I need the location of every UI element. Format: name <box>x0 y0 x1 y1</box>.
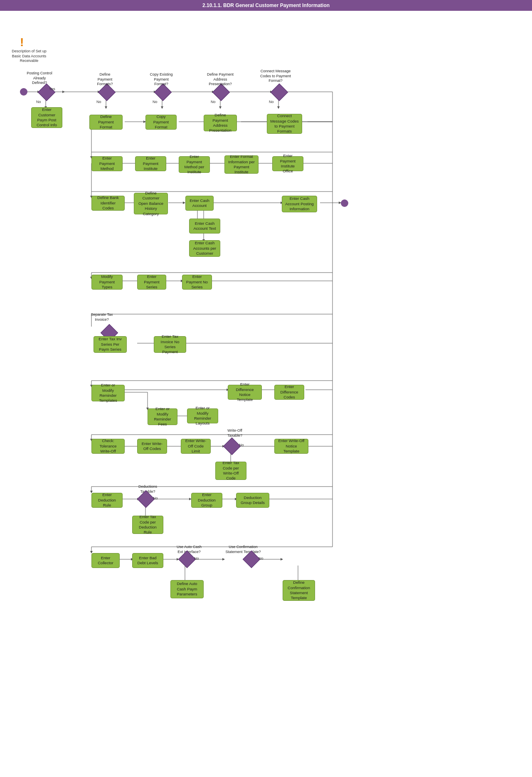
box-define-customer-open-balance[interactable]: Define Customer Open Balance History Cat… <box>134 193 168 214</box>
box-enter-tax-invoice-no-series[interactable]: Enter Tax Invoice No Series Payment <box>154 336 186 353</box>
box-enter-payment-method-per-institute[interactable]: Enter Payment Method per Institute <box>179 156 210 173</box>
box-enter-write-off-codes[interactable]: Enter Write-Off Codes <box>137 439 167 454</box>
no-label-d2: No <box>96 100 101 104</box>
box-enter-modify-reminder-templates[interactable]: Enter or Modify Reminder Templates <box>91 385 125 401</box>
box-enter-payment-no-series[interactable]: Enter Payment No Series <box>182 275 212 290</box>
no-label-d1: No <box>36 100 41 104</box>
box-enter-cash-account[interactable]: Enter Cash Account <box>185 196 214 211</box>
diagram-container: ! Description of Set up Basic Data Accou… <box>0 11 532 777</box>
box-enter-tax-inv-series[interactable]: Enter Tax Inv Series Per Paym Series <box>94 336 127 353</box>
page-header: 2.10.1.1. BDR General Customer Payment I… <box>0 0 532 11</box>
box-copy-payment-format[interactable]: Copy Payment Format <box>145 115 177 130</box>
no-label-d9: No <box>194 556 199 561</box>
box-enter-write-off-code-limit[interactable]: Enter Write-Off Code Limit <box>181 439 211 454</box>
box-enter-deduction-group[interactable]: Enter Deduction Group <box>191 493 222 508</box>
diamond-separate-tax-label: Separate TaxInvoice? <box>83 312 121 322</box>
warning-description: Description of Set up Basic Data Account… <box>8 49 50 64</box>
header-title: 2.10.1.1. BDR General Customer Payment I… <box>202 2 330 8</box>
box-enter-modify-reminder-fees[interactable]: Enter or Modify Reminder Fees <box>148 408 177 425</box>
box-define-confirmation-statement[interactable]: Define Confirmation Statement Template <box>283 580 315 601</box>
box-enter-tax-code-per-write-off[interactable]: Enter Tax Code per Write-Off Code <box>215 462 246 480</box>
box-define-auto-cash-params[interactable]: Define Auto Cash Paym Parameters <box>170 580 204 598</box>
box-enter-cash-accounts-per-customer[interactable]: Enter Cash Accounts per Customer <box>189 240 220 257</box>
box-enter-write-off-notice-template[interactable]: Enter Write-Off Notice Template <box>274 439 308 454</box>
box-enter-modify-reminder-layouts[interactable]: Enter or Modify Reminder Layouts <box>187 408 218 423</box>
diamond-define-payment-label: DefinePaymentFormats? <box>89 72 121 87</box>
diamond-copy-format-label: Copy ExistingPaymentFormat? <box>145 72 178 87</box>
no-label-d8: No <box>153 496 158 500</box>
box-enter-bad-debt-levels[interactable]: Enter Bad Debt Levels <box>132 553 163 568</box>
box-modify-payment-types[interactable]: Modify Payment Types <box>91 275 123 290</box>
box-enter-difference-notice-template[interactable]: Enter Difference Notice Template <box>228 385 262 400</box>
yes-label-d1: Yes <box>49 87 55 91</box>
diamond-posting-label: Posting ControlAlreadyDefined? <box>21 71 58 86</box>
diamond-confirmation-label: Use ConfirmationStatement Template? <box>224 545 262 554</box>
box-enter-cash-account-posting[interactable]: Enter Cash Account Posting Information <box>282 196 317 212</box>
no-label-d5: No <box>269 100 274 104</box>
box-enter-customer-paym[interactable]: Enter Customer Paym Post Control Info <box>31 107 62 128</box>
no-label-d7: No <box>239 443 244 447</box>
box-connect-message-codes[interactable]: Connect Message Codes to Payment Formats <box>267 114 302 134</box>
box-enter-payment-institute-office[interactable]: Enter Payment Institute Office <box>272 156 303 171</box>
box-define-address-presentation[interactable]: Define Payment Address Presentation <box>204 115 237 131</box>
diamond-define-address-label: Define PaymentAddressPresentation? <box>204 72 237 87</box>
box-check-tolerance-write-off[interactable]: Check: Tolerance Write-Off <box>91 439 125 454</box>
box-enter-difference-codes[interactable]: Enter Difference Codes <box>274 385 304 400</box>
box-define-bank-identifier[interactable]: Define Bank Identifier Codes <box>91 196 125 211</box>
box-deduction-group-details[interactable]: Deduction Group Details <box>236 493 269 508</box>
box-enter-payment-series[interactable]: Enter Payment Series <box>137 275 166 290</box>
box-enter-payment-institute[interactable]: Enter Payment Institute <box>135 156 166 171</box>
no-label-d3: No <box>153 100 158 104</box>
box-enter-deduction-rule[interactable]: Enter Deduction Rule <box>91 493 123 508</box>
box-enter-collector[interactable]: Enter Collector <box>91 553 120 568</box>
diamond-posting-control <box>38 84 55 101</box>
diamond-connect-message-label: Connect MessageCodes to PaymentFormat? <box>257 69 294 84</box>
box-define-payment-format[interactable]: Define Payment Format <box>89 115 123 130</box>
end-circle-row4 <box>341 199 348 207</box>
warning-icon: ! <box>20 36 24 49</box>
box-enter-cash-account-text[interactable]: Enter Cash Account Text <box>189 219 220 234</box>
box-enter-tax-code-per-deduction-rule[interactable]: Enter Tax Code per Deduction Rule <box>132 516 163 534</box>
diamond-write-off-taxable-label: Write-OffTaxable? <box>220 428 249 438</box>
no-label-d10: No <box>259 556 264 561</box>
diamond-write-off-taxable <box>223 438 241 455</box>
box-enter-format-info[interactable]: Enter Format Information per Payment Ins… <box>224 155 259 174</box>
start-circle <box>20 88 27 96</box>
no-label-d4: No <box>211 100 216 104</box>
diamond-connect-message <box>271 84 288 101</box>
box-enter-payment-method[interactable]: Enter Payment Method <box>91 156 123 171</box>
